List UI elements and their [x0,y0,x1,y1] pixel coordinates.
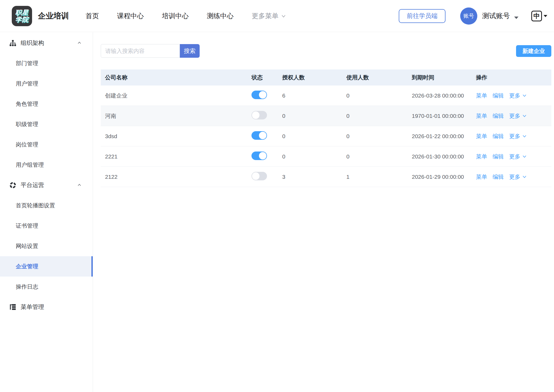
account-dropdown[interactable]: 测试账号 [482,11,518,21]
status-cell [247,111,278,121]
expire-time: 2026-03-28 00:00:00 [408,92,472,99]
menu-link[interactable]: 菜单 [476,112,487,120]
app-logo: 职星 学院 [12,6,32,26]
student-portal-button[interactable]: 前往学员端 [399,9,445,23]
sidebar-item-1-4[interactable]: 操作日志 [0,277,93,297]
edit-link[interactable]: 编辑 [493,133,504,140]
sidebar-group-2[interactable]: 菜单管理 [0,297,93,317]
sidebar-item-1-2[interactable]: 网站设置 [0,236,93,256]
company-name: 2122 [101,174,247,180]
status-toggle[interactable] [251,91,267,99]
language-selector[interactable]: 中 [531,11,547,21]
nav-item-1[interactable]: 课程中心 [117,11,144,20]
edit-link[interactable]: 编辑 [493,92,504,99]
company-name: 河南 [101,112,247,120]
edit-link[interactable]: 编辑 [493,112,504,120]
nav-item-3[interactable]: 测练中心 [207,11,234,20]
app-title: 企业培训 [38,11,69,21]
table-row: 2221 0 0 2026-01-30 00:00:00 菜单 编辑 更多 [101,146,551,167]
edit-link[interactable]: 编辑 [493,153,504,160]
toggle-knob [259,132,266,139]
more-label: 更多 [509,112,520,120]
status-cell [247,152,278,161]
actions-cell: 菜单 编辑 更多 [472,173,551,181]
more-menu-label: 更多菜单 [252,11,278,20]
expire-time: 2026-01-30 00:00:00 [408,153,472,160]
menu-link[interactable]: 菜单 [476,133,487,140]
column-header-actions: 操作 [472,74,551,81]
authorized-count: 6 [278,92,342,99]
nav-item-2[interactable]: 培训中心 [162,11,189,20]
status-toggle[interactable] [251,131,267,140]
logo-line1: 职星 [15,9,29,16]
search-input[interactable] [101,44,180,58]
search-button[interactable]: 搜索 [180,44,200,58]
more-label: 更多 [509,153,520,160]
avatar[interactable]: 账号 [460,7,477,25]
column-header-company: 公司名称 [101,74,247,81]
expire-time: 2026-01-29 00:00:00 [408,174,472,180]
company-table: 公司名称 状态 授权人数 使用人数 到期时间 操作 创建企业 6 0 2026-… [101,69,551,187]
main-nav: 首页课程中心培训中心测练中心 更多菜单 [86,11,286,20]
more-link[interactable]: 更多 [509,153,527,160]
sidebar-item-0-5[interactable]: 用户组管理 [0,155,93,175]
sidebar-item-1-0[interactable]: 首页轮播图设置 [0,195,93,216]
status-toggle[interactable] [251,111,267,119]
sidebar-group-label: 平台运营 [21,181,44,189]
used-count: 0 [342,153,408,160]
status-cell [247,91,278,100]
more-link[interactable]: 更多 [509,112,527,120]
menu-link[interactable]: 菜单 [476,92,487,99]
more-link[interactable]: 更多 [509,133,527,140]
table-row: 河南 0 0 1970-01-01 00:00:00 菜单 编辑 更多 [101,106,551,126]
sidebar-group-1[interactable]: 平台运营 [0,175,93,195]
status-toggle[interactable] [251,152,267,160]
sidebar-item-0-1[interactable]: 用户管理 [0,73,93,94]
language-label: 中 [531,11,542,21]
create-company-button[interactable]: 新建企业 [516,45,551,57]
more-link[interactable]: 更多 [509,92,527,99]
chevron-up-icon [77,183,82,187]
table-header-row: 公司名称 状态 授权人数 使用人数 到期时间 操作 [101,69,551,86]
authorized-count: 0 [278,113,342,119]
more-label: 更多 [509,173,520,181]
nav-more-menu[interactable]: 更多菜单 [252,11,286,20]
actions-cell: 菜单 编辑 更多 [472,112,551,120]
sidebar-item-0-2[interactable]: 角色管理 [0,94,93,114]
table-row: 创建企业 6 0 2026-03-28 00:00:00 菜单 编辑 更多 [101,86,551,106]
table-row: 3dsd 0 0 2026-01-22 00:00:00 菜单 编辑 更多 [101,126,551,146]
menu-link[interactable]: 菜单 [476,173,487,181]
authorized-count: 0 [278,133,342,139]
menu-link[interactable]: 菜单 [476,153,487,160]
toggle-knob [252,111,259,119]
sidebar: 组织架构 部门管理用户管理角色管理职级管理岗位管理用户组管理 平台运营 首页轮播… [0,32,93,392]
status-cell [247,131,278,141]
more-label: 更多 [509,133,520,140]
sidebar-item-active[interactable]: 企业管理 [0,256,93,277]
sidebar-group-0[interactable]: 组织架构 [0,33,93,53]
company-name: 2221 [101,153,247,160]
toolbar: 搜索 新建企业 [101,44,551,58]
expire-time: 1970-01-01 00:00:00 [408,113,472,119]
more-link[interactable]: 更多 [509,173,527,181]
used-count: 0 [342,113,408,119]
status-toggle[interactable] [251,172,267,180]
org-chart-icon [9,40,16,46]
app-header: 职星 学院 企业培训 首页课程中心培训中心测练中心 更多菜单 前往学员端 账号 … [0,0,554,32]
column-header-expire: 到期时间 [408,74,472,81]
search-group: 搜索 [101,44,200,58]
authorized-count: 3 [278,174,342,180]
status-cell [247,172,278,182]
used-count: 1 [342,174,408,180]
sidebar-item-0-4[interactable]: 岗位管理 [0,134,93,155]
sidebar-item-0-3[interactable]: 职级管理 [0,114,93,134]
account-name: 测试账号 [482,11,510,21]
sidebar-item-0-0[interactable]: 部门管理 [0,53,93,73]
expire-time: 2026-01-22 00:00:00 [408,133,472,139]
actions-cell: 菜单 编辑 更多 [472,133,551,140]
sidebar-group-label: 组织架构 [21,39,44,47]
edit-link[interactable]: 编辑 [493,173,504,181]
sidebar-item-1-1[interactable]: 证书管理 [0,216,93,236]
nav-item-0[interactable]: 首页 [86,11,99,20]
logo-line2: 学院 [15,16,29,23]
